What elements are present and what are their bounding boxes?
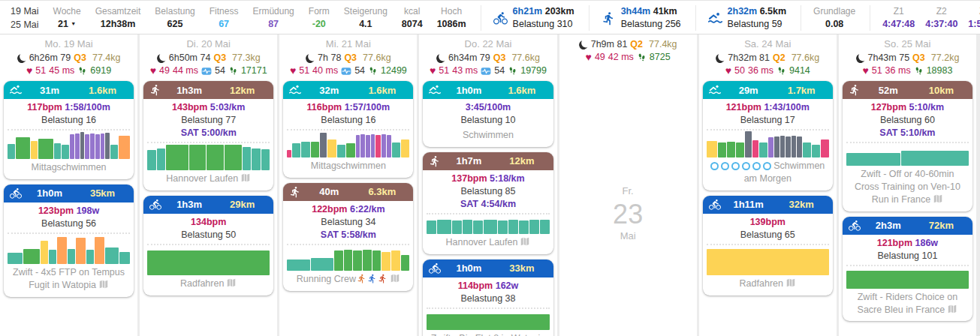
workout-card-bike[interactable]: 2h3m 72km121bpm 186wBelastung 101Zwift -… bbox=[843, 217, 972, 322]
sleep-duration: 6h26m 79 bbox=[29, 52, 71, 64]
summary-stat-gesamtzeit: Gesamtzeit 12h38m bbox=[95, 5, 141, 30]
steps-icon bbox=[776, 66, 786, 76]
body-weight: 77.6kg bbox=[363, 52, 391, 64]
workout-header: 31m 1.6km bbox=[4, 81, 134, 99]
workout-pace: 1:57/100m bbox=[345, 102, 390, 112]
workout-distance: 1.6km bbox=[496, 85, 547, 96]
workout-load: Belastung 34 bbox=[283, 216, 413, 229]
map-icon[interactable] bbox=[947, 304, 957, 314]
workout-load: Belastung 56 bbox=[4, 218, 134, 230]
map-icon[interactable] bbox=[240, 172, 251, 183]
workout-load: Belastung 16 bbox=[4, 114, 134, 127]
intensity-chart bbox=[8, 129, 130, 159]
workout-label: Hannover Laufen bbox=[143, 170, 273, 190]
workout-hr: 114bpm bbox=[458, 280, 493, 291]
workout-title: Mittagschwimmen bbox=[311, 160, 386, 171]
sleep-quality: Q3 bbox=[74, 52, 86, 64]
chart-bar bbox=[23, 249, 40, 264]
chart-bar bbox=[80, 132, 85, 159]
workout-title: Mittagschwimmen bbox=[32, 162, 107, 172]
chart-bar bbox=[360, 134, 365, 158]
chart-bar bbox=[792, 136, 797, 158]
map-icon[interactable] bbox=[786, 278, 796, 288]
steps-icon bbox=[368, 66, 378, 76]
workout-card-swim[interactable]: 1h0m 1.6km3:45/100mBelastung 10Schwimmen bbox=[423, 81, 553, 147]
chart-bar bbox=[334, 250, 343, 271]
moon-icon bbox=[304, 52, 316, 64]
map-icon[interactable] bbox=[98, 279, 109, 290]
map-icon[interactable] bbox=[933, 194, 943, 204]
workout-header: 1h11m 32km bbox=[703, 196, 833, 214]
chart-bar bbox=[110, 145, 118, 159]
chart-bar bbox=[381, 134, 386, 158]
intensity-chart bbox=[8, 232, 130, 264]
workout-hr: 127bpm bbox=[871, 102, 906, 112]
resting-hr: 49 bbox=[159, 64, 170, 77]
resting-hr: 51 bbox=[439, 64, 449, 77]
workout-card-bike[interactable]: 1h0m 35km123bpm 198wBelastung 56Zwift - … bbox=[4, 184, 134, 297]
workout-duration: 1h3m bbox=[161, 199, 217, 210]
day-column: Di. 20 Mai 6h50m 74 Q3 77.3kg ♥ 49 44 ms… bbox=[140, 34, 277, 336]
bike-icon bbox=[493, 11, 508, 26]
day-title: Di. 20 Mai bbox=[140, 34, 277, 52]
empty-day-date: Fr. 23 Mai bbox=[559, 64, 697, 336]
map-icon[interactable] bbox=[520, 236, 530, 247]
workout-card-run[interactable]: 40m 6.3km122bpm 6:22/kmBelastung 34SAT 5… bbox=[283, 183, 413, 291]
map-icon[interactable] bbox=[226, 278, 237, 288]
workout-card-run[interactable]: 52m 10km127bpm 5:10/kmBelastung 60SAT 5:… bbox=[843, 81, 972, 212]
resting-hr: 50 bbox=[734, 64, 745, 77]
swim-icon bbox=[289, 84, 301, 96]
hrv-value: 43 ms bbox=[452, 64, 478, 77]
workout-card-swim[interactable]: 31m 1.6km117bpm 1:58/100mBelastung 16Mit… bbox=[4, 81, 134, 179]
workout-load: Belastung 16 bbox=[283, 114, 413, 127]
swim-icon bbox=[429, 84, 441, 96]
workout-card-swim[interactable]: 32m 1.6km116bpm 1:57/100mBelastung 16Mit… bbox=[283, 81, 413, 178]
bike-icon bbox=[709, 199, 721, 211]
chart-bar bbox=[727, 142, 735, 158]
chart-bar bbox=[391, 250, 400, 270]
workout-card-run[interactable]: 1h3m 12km143bpm 5:03/kmBelastung 77SAT 5… bbox=[143, 81, 273, 190]
sleep-quality: Q3 bbox=[213, 52, 226, 64]
workout-header: 1h0m 35km bbox=[4, 184, 134, 202]
workout-card-swim[interactable]: 29m 1.7km121bpm 1:43/100mBelastung 17Sch… bbox=[703, 81, 833, 190]
resting-hr: 51 bbox=[299, 64, 309, 77]
chart-bar bbox=[320, 133, 327, 158]
body-weight: 77.6kg bbox=[511, 52, 540, 64]
map-icon[interactable] bbox=[390, 273, 400, 284]
runner-emoji-icon bbox=[357, 274, 366, 284]
day-column: Mi. 21 Mai 7h 78 Q3 77.6kg ♥ 51 40 ms 54… bbox=[279, 34, 417, 336]
workout-load: Belastung 50 bbox=[143, 229, 273, 242]
chart-bar bbox=[243, 147, 251, 170]
watch-icon bbox=[742, 162, 750, 170]
sleep-duration: 7h 78 bbox=[318, 52, 341, 64]
moon-icon bbox=[155, 52, 167, 64]
steps-count: 8725 bbox=[650, 51, 671, 64]
summary-stat-woche[interactable]: Woche 21 ▼ bbox=[53, 5, 81, 30]
workout-header: 1h0m 1.6km bbox=[423, 81, 553, 99]
workout-label: Radfahren bbox=[143, 275, 273, 296]
zone-z2: Z2 4:37:40 bbox=[925, 5, 957, 30]
workout-card-bike[interactable]: 1h0m 33km114bpm 162wBelastung 38Zwift - … bbox=[423, 260, 553, 336]
workout-card-bike[interactable]: 1h11m 32km139bpmBelastung 65Radfahren bbox=[703, 196, 833, 296]
workout-duration: 32m bbox=[301, 85, 357, 96]
chart-bar bbox=[49, 250, 56, 264]
workout-card-bike[interactable]: 1h3m 29km134bpmBelastung 50Radfahren bbox=[143, 196, 273, 296]
health-stats-row: ♥ 51 45 ms 6919 bbox=[0, 64, 137, 77]
workout-card-run[interactable]: 1h7m 12km137bpm 5:18/kmBelastung 85SAT 4… bbox=[423, 152, 553, 254]
chart-bar bbox=[745, 131, 752, 158]
sleep-stats-row: 7h9m 81 Q2 77.4kg bbox=[559, 38, 697, 51]
workout-pace: 162w bbox=[496, 280, 519, 291]
workout-sat-pace: SAT 5:58/km bbox=[283, 229, 413, 242]
resting-hr: 49 bbox=[595, 51, 605, 64]
chart-bar bbox=[57, 237, 67, 264]
steps-count: 6919 bbox=[90, 64, 111, 77]
steps-icon bbox=[914, 66, 924, 76]
summary-stat-belastung: Belastung 625 bbox=[155, 5, 194, 30]
workout-pace: 5:03/km bbox=[210, 102, 246, 112]
chart-bar bbox=[327, 140, 336, 158]
chevron-down-icon[interactable]: ▼ bbox=[71, 21, 76, 26]
summary-stat-hoch: Hoch 1086m bbox=[437, 5, 466, 30]
health-stats-row: ♥ 49 44 ms 54 17171 bbox=[140, 64, 277, 77]
run-icon bbox=[289, 186, 301, 198]
intensity-chart bbox=[147, 142, 270, 170]
